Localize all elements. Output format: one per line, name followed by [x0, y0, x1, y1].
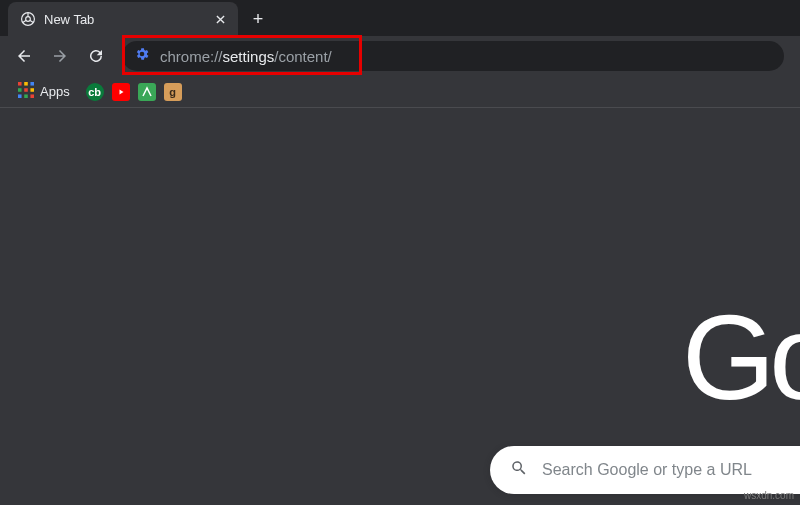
svg-rect-2: [18, 82, 22, 86]
google-logo: Go: [682, 288, 800, 426]
search-placeholder: Search Google or type a URL: [542, 461, 752, 479]
svg-rect-5: [18, 88, 22, 92]
tab-strip: New Tab +: [0, 0, 800, 36]
watermark: wsxdn.com: [744, 490, 794, 501]
url-text: chrome://settings/content/: [160, 48, 332, 65]
svg-rect-3: [24, 82, 28, 86]
search-icon: [510, 459, 528, 481]
gear-icon: [134, 46, 150, 66]
browser-tab[interactable]: New Tab: [8, 2, 238, 36]
bookmark-icon[interactable]: [138, 83, 156, 101]
toolbar: chrome://settings/content/: [0, 36, 800, 76]
apps-label: Apps: [40, 84, 70, 99]
svg-rect-6: [24, 88, 28, 92]
svg-rect-7: [30, 88, 34, 92]
bookmark-icon[interactable]: g: [164, 83, 182, 101]
forward-button[interactable]: [44, 40, 76, 72]
close-icon[interactable]: [212, 11, 228, 27]
chrome-icon: [20, 11, 36, 27]
tab-title: New Tab: [44, 12, 204, 27]
svg-rect-10: [30, 94, 34, 98]
new-tab-content: Go Search Google or type a URL wsxdn.com: [0, 108, 800, 505]
svg-rect-4: [30, 82, 34, 86]
bookmarks-bar: Apps cb g: [0, 76, 800, 108]
bookmark-icon[interactable]: [112, 83, 130, 101]
back-button[interactable]: [8, 40, 40, 72]
reload-button[interactable]: [80, 40, 112, 72]
search-box[interactable]: Search Google or type a URL: [490, 446, 800, 494]
bookmark-icon[interactable]: cb: [86, 83, 104, 101]
svg-rect-9: [24, 94, 28, 98]
svg-rect-8: [18, 94, 22, 98]
apps-grid-icon: [18, 82, 34, 101]
address-bar[interactable]: chrome://settings/content/: [122, 41, 784, 71]
apps-button[interactable]: Apps: [10, 78, 78, 105]
new-tab-button[interactable]: +: [244, 5, 272, 33]
